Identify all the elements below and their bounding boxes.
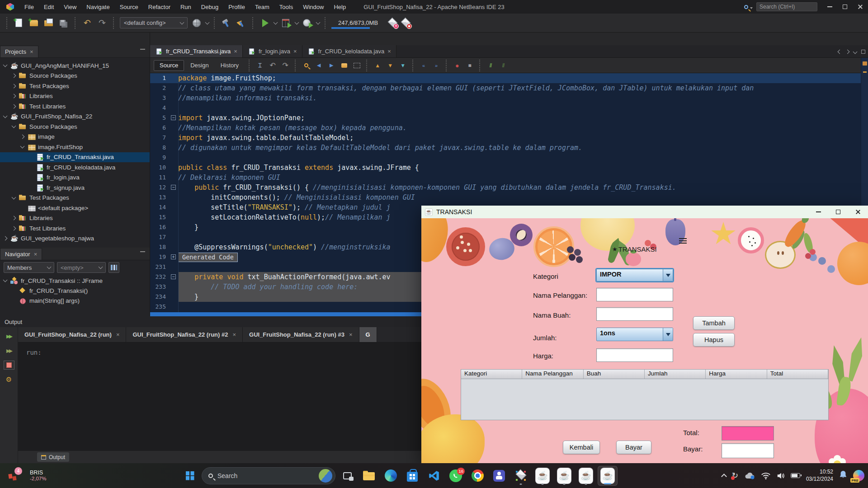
- tree-item-fr_login-java[interactable]: fr_login.java: [0, 173, 150, 183]
- stock-widget[interactable]: 4 BRIS -2,07%: [7, 469, 46, 482]
- tree-item-image-fruitshop[interactable]: image.FruitShop: [0, 142, 150, 152]
- fold-collapse-icon[interactable]: −: [171, 185, 176, 190]
- java-app-4-button[interactable]: ☕: [598, 466, 618, 486]
- next-occurrence-icon[interactable]: ▶: [326, 61, 336, 70]
- hamburger-menu-icon[interactable]: [679, 238, 687, 244]
- tree-item-source-packages[interactable]: Source Packages: [0, 122, 150, 132]
- onedrive-icon[interactable]: [744, 472, 755, 479]
- record-macro-icon[interactable]: ●: [452, 61, 462, 70]
- bayar-field[interactable]: [722, 443, 774, 458]
- memory-indicator[interactable]: 247,6/873,0MB: [331, 17, 385, 29]
- tree-item-test-packages[interactable]: Test Packages: [0, 193, 150, 203]
- view-button-source[interactable]: Source: [154, 60, 184, 71]
- menu-item-view[interactable]: View: [59, 0, 81, 14]
- tray-expand-icon[interactable]: [721, 474, 727, 479]
- table-header-jumlah[interactable]: Jumlah: [645, 370, 706, 379]
- kembali-button[interactable]: Kembali: [563, 441, 600, 454]
- menu-item-refactor[interactable]: Refactor: [143, 0, 175, 14]
- task-view-button[interactable]: [337, 466, 357, 486]
- tree-item-image[interactable]: image: [0, 132, 150, 142]
- close-icon[interactable]: ×: [232, 331, 236, 338]
- combo-arrow-icon[interactable]: [663, 269, 673, 281]
- code-line-1[interactable]: 1package image.FruitShop;: [150, 73, 861, 83]
- code-line-9[interactable]: 9: [150, 153, 861, 163]
- harga-field[interactable]: [596, 348, 673, 362]
- members-select[interactable]: Members: [4, 262, 54, 273]
- chevron-down-icon[interactable]: [3, 113, 8, 118]
- microsoft-store-button[interactable]: [402, 466, 422, 486]
- tree-item-gui_angangmart_hanifah_15[interactable]: ☕GUI_AngAngMart_HANIFAH_15: [0, 61, 150, 71]
- previous-occurrence-icon[interactable]: ◀: [314, 61, 324, 70]
- notification-bell[interactable]: [839, 470, 847, 481]
- taskbar-search[interactable]: Search: [202, 467, 335, 484]
- menu-item-run[interactable]: Run: [175, 0, 196, 14]
- close-icon[interactable]: ×: [387, 48, 391, 55]
- teams-button[interactable]: [489, 466, 509, 486]
- combo-arrow-icon[interactable]: [663, 328, 673, 341]
- kategori-combobox[interactable]: IMPOR: [596, 269, 673, 282]
- code-line-12[interactable]: 12− public fr_CRUD_Transaksi() { //mengi…: [150, 183, 861, 192]
- fold-collapse-icon[interactable]: −: [171, 274, 176, 279]
- tree-item-gui_vegetableshop_najwa[interactable]: ☕GUI_vegetableshop_najwa: [0, 234, 150, 244]
- undo-button[interactable]: ↶: [81, 17, 93, 29]
- hapus-button[interactable]: Hapus: [693, 333, 735, 347]
- nama-pelanggan-field[interactable]: [596, 288, 673, 301]
- start-button[interactable]: [180, 466, 200, 486]
- tree-item-test-packages[interactable]: Test Packages: [0, 81, 150, 91]
- chevron-right-icon[interactable]: [12, 216, 16, 221]
- rectangular-selection-icon[interactable]: [352, 61, 362, 70]
- update-icon[interactable]: ↻: [732, 472, 738, 479]
- search-input[interactable]: Search (Ctrl+I): [756, 2, 817, 11]
- netbeans-taskbar-button[interactable]: [511, 466, 531, 486]
- table-header-total[interactable]: Total: [767, 370, 828, 379]
- stop-run-icon[interactable]: [4, 361, 14, 370]
- view-button-design[interactable]: Design: [185, 60, 214, 71]
- vscode-button[interactable]: [424, 466, 444, 486]
- output-status-button[interactable]: Output: [37, 452, 69, 462]
- java-app-2-button[interactable]: ☕: [554, 466, 574, 486]
- settings-wrench-icon[interactable]: ⚙: [4, 375, 14, 384]
- redo-button[interactable]: ↷: [96, 17, 108, 29]
- output-tab[interactable]: GUI_FruitShop_Nafisa_22 (run) #2×: [126, 327, 243, 342]
- menu-item-team[interactable]: Team: [250, 0, 274, 14]
- tree-item-test-libraries[interactable]: Test Libraries: [0, 223, 150, 234]
- profile-point-clock-icon[interactable]: [388, 18, 398, 28]
- close-icon[interactable]: ×: [293, 48, 297, 55]
- close-icon[interactable]: ×: [30, 48, 33, 55]
- total-field[interactable]: [722, 426, 774, 441]
- table-header-nama-pelanggan[interactable]: Nama Pelanggan: [522, 370, 583, 379]
- chrome-button[interactable]: [467, 466, 487, 486]
- pin-down-icon[interactable]: ▼: [398, 61, 408, 70]
- tab-projects[interactable]: Projects×: [0, 46, 38, 57]
- app-maximize-button[interactable]: [828, 206, 848, 218]
- chevron-down-icon[interactable]: [12, 195, 16, 199]
- shift-left-icon[interactable]: «: [419, 61, 429, 70]
- chevron-right-icon[interactable]: [12, 84, 16, 88]
- whatsapp-button[interactable]: 16: [446, 466, 466, 486]
- back-icon[interactable]: ↶: [268, 61, 278, 70]
- chevron-down-icon[interactable]: [20, 144, 25, 149]
- chevron-down-icon[interactable]: [3, 278, 8, 282]
- rerun-icon[interactable]: ▶▶: [4, 332, 14, 341]
- table-header-harga[interactable]: Harga: [706, 370, 767, 379]
- fold-expand-icon[interactable]: +: [171, 254, 176, 259]
- code-line-13[interactable]: 13 initComponents(); // Menginisialisasi…: [150, 192, 861, 202]
- build-button[interactable]: [221, 17, 232, 29]
- app-close-button[interactable]: [848, 206, 868, 218]
- last-edit-icon[interactable]: ⌶: [255, 61, 265, 70]
- menu-item-edit[interactable]: Edit: [39, 0, 59, 14]
- stop-macro-icon[interactable]: ■: [465, 61, 475, 70]
- menu-item-debug[interactable]: Debug: [196, 0, 223, 14]
- filter-select[interactable]: <empty>: [57, 262, 106, 273]
- menu-item-help[interactable]: Help: [329, 0, 351, 14]
- chevron-right-icon[interactable]: [12, 104, 16, 108]
- menu-item-navigate[interactable]: Navigate: [81, 0, 114, 14]
- find-icon[interactable]: [301, 61, 311, 70]
- minimize-panel-icon[interactable]: [140, 251, 145, 252]
- move-up-icon[interactable]: ▲: [373, 61, 382, 70]
- menu-item-source[interactable]: Source: [115, 0, 143, 14]
- scroll-right-icon[interactable]: [845, 49, 850, 54]
- rerun-debug-icon[interactable]: ▶▶: [4, 346, 14, 355]
- taskbar-clock[interactable]: 10:52 03/12/2024: [806, 469, 833, 483]
- menu-item-file[interactable]: File: [19, 0, 39, 14]
